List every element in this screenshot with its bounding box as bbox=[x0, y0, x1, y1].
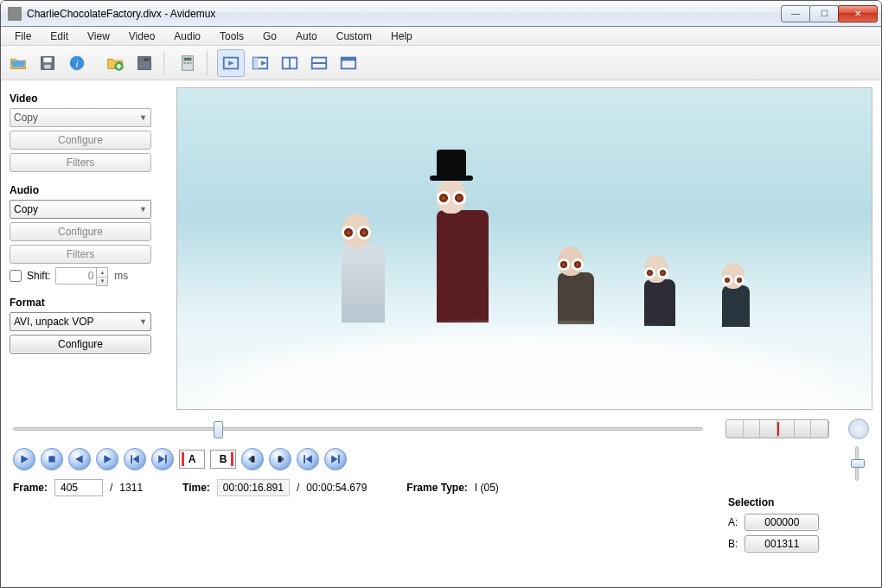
menu-file[interactable]: File bbox=[6, 29, 40, 44]
audio-codec-value: Copy bbox=[14, 203, 38, 215]
toolbar-open[interactable] bbox=[4, 49, 32, 77]
menubar: File Edit View Video Audio Tools Go Auto… bbox=[1, 27, 881, 46]
svg-rect-24 bbox=[48, 456, 54, 462]
next-frame-button[interactable] bbox=[96, 448, 118, 470]
toolbar: i bbox=[1, 46, 881, 80]
selection-b-button[interactable]: 001311 bbox=[745, 535, 819, 553]
time-sep: / bbox=[297, 482, 299, 494]
menu-audio[interactable]: Audio bbox=[165, 29, 209, 44]
audio-filters-button[interactable]: Filters bbox=[10, 245, 151, 264]
svg-rect-17 bbox=[253, 57, 259, 68]
video-codec-value: Copy bbox=[14, 112, 38, 124]
audio-shift-field[interactable]: 0 ▲▼ bbox=[55, 267, 97, 284]
frame-current-field[interactable]: 405 bbox=[54, 479, 103, 496]
toolbar-play-filtered[interactable] bbox=[217, 49, 245, 77]
video-heading: Video bbox=[10, 93, 169, 105]
format-value: AVI, unpack VOP bbox=[14, 316, 94, 328]
dropdown-arrow-icon: ▼ bbox=[139, 205, 147, 214]
video-codec-select[interactable]: Copy ▼ bbox=[10, 108, 151, 127]
seek-slider[interactable] bbox=[13, 427, 703, 431]
jog-wheel[interactable] bbox=[725, 419, 829, 438]
prev-frame-button[interactable] bbox=[68, 448, 91, 470]
stop-button[interactable] bbox=[41, 448, 63, 470]
seek-thumb[interactable] bbox=[214, 421, 223, 438]
svg-rect-30 bbox=[338, 455, 340, 463]
last-frame-button[interactable] bbox=[324, 448, 347, 470]
toolbar-calculator[interactable] bbox=[174, 49, 201, 77]
next-black-frame-button[interactable] bbox=[269, 448, 291, 470]
svg-rect-11 bbox=[183, 57, 191, 61]
maximize-button[interactable]: ☐ bbox=[809, 5, 839, 22]
frame-total: 1311 bbox=[119, 482, 143, 494]
side-panel: Video Copy ▼ Configure Filters Audio Cop… bbox=[10, 87, 169, 410]
selection-heading: Selection bbox=[728, 496, 866, 508]
svg-rect-2 bbox=[44, 64, 50, 68]
audio-shift-row: Shift: 0 ▲▼ ms bbox=[10, 267, 169, 284]
audio-codec-select[interactable]: Copy ▼ bbox=[10, 200, 151, 219]
audio-configure-button[interactable]: Configure bbox=[10, 222, 151, 241]
menu-auto[interactable]: Auto bbox=[287, 29, 326, 44]
toolbar-separator-2 bbox=[207, 51, 212, 75]
selection-a-label: A: bbox=[728, 516, 738, 528]
menu-video[interactable]: Video bbox=[120, 29, 163, 44]
svg-rect-1 bbox=[43, 57, 51, 62]
time-total: 00:00:54.679 bbox=[306, 482, 367, 494]
window-buttons: — ☐ ✕ bbox=[782, 5, 878, 22]
frame-type-value: I (05) bbox=[475, 482, 499, 494]
toolbar-append[interactable] bbox=[101, 49, 129, 77]
format-configure-button[interactable]: Configure bbox=[10, 335, 151, 354]
set-marker-a-button[interactable]: A bbox=[179, 450, 205, 469]
close-button[interactable]: ✕ bbox=[838, 5, 878, 22]
svg-rect-14 bbox=[190, 62, 192, 64]
toolbar-save[interactable] bbox=[34, 49, 61, 77]
marker-a-label: A bbox=[189, 453, 196, 465]
jog-disc[interactable] bbox=[848, 419, 869, 439]
play-button[interactable] bbox=[13, 448, 35, 470]
toolbar-save-video[interactable] bbox=[131, 49, 158, 77]
selection-a-button[interactable]: 000000 bbox=[745, 514, 819, 531]
audio-shift-checkbox[interactable] bbox=[10, 270, 22, 282]
next-keyframe-button[interactable] bbox=[151, 448, 174, 470]
preview-figure bbox=[437, 179, 489, 323]
menu-custom[interactable]: Custom bbox=[328, 29, 380, 44]
volume-slider[interactable] bbox=[849, 446, 865, 484]
marker-b-label: B bbox=[220, 453, 227, 465]
toolbar-single-view[interactable] bbox=[335, 49, 362, 77]
menu-help[interactable]: Help bbox=[382, 29, 421, 44]
toolbar-separator bbox=[163, 51, 169, 75]
selection-b-label: B: bbox=[728, 538, 738, 550]
svg-rect-23 bbox=[342, 57, 356, 61]
toolbar-info[interactable]: i bbox=[63, 49, 91, 77]
menu-view[interactable]: View bbox=[79, 29, 118, 44]
svg-rect-13 bbox=[187, 62, 189, 64]
dropdown-arrow-icon: ▼ bbox=[139, 113, 147, 122]
set-marker-b-button[interactable]: B bbox=[210, 450, 236, 469]
video-filters-button[interactable]: Filters bbox=[10, 153, 151, 172]
first-frame-button[interactable] bbox=[297, 448, 319, 470]
menu-go[interactable]: Go bbox=[254, 29, 285, 44]
svg-rect-25 bbox=[131, 455, 132, 463]
minimize-button[interactable]: — bbox=[781, 5, 810, 22]
shift-spinner[interactable]: ▲▼ bbox=[96, 267, 108, 286]
svg-rect-9 bbox=[142, 58, 144, 61]
time-current: 00:00:16.891 bbox=[217, 479, 290, 496]
app-icon bbox=[8, 7, 22, 21]
video-configure-button[interactable]: Configure bbox=[10, 131, 151, 150]
time-label: Time: bbox=[182, 482, 210, 494]
menu-edit[interactable]: Edit bbox=[42, 29, 77, 44]
toolbar-split-horizontal[interactable] bbox=[276, 49, 304, 77]
format-heading: Format bbox=[10, 297, 169, 309]
toolbar-play-output[interactable] bbox=[246, 49, 274, 77]
video-preview bbox=[176, 87, 872, 410]
menu-tools[interactable]: Tools bbox=[211, 29, 252, 44]
svg-rect-27 bbox=[252, 456, 255, 462]
format-select[interactable]: AVI, unpack VOP ▼ bbox=[10, 312, 151, 331]
prev-black-frame-button[interactable] bbox=[241, 448, 264, 470]
frame-label: Frame: bbox=[13, 482, 48, 494]
prev-keyframe-button[interactable] bbox=[124, 448, 146, 470]
audio-heading: Audio bbox=[10, 184, 169, 196]
selection-panel: Selection A: 000000 B: 001311 bbox=[728, 496, 866, 557]
audio-shift-unit: ms bbox=[114, 270, 128, 282]
frame-type-label: Frame Type: bbox=[406, 482, 467, 494]
toolbar-split-vertical[interactable] bbox=[305, 49, 333, 77]
